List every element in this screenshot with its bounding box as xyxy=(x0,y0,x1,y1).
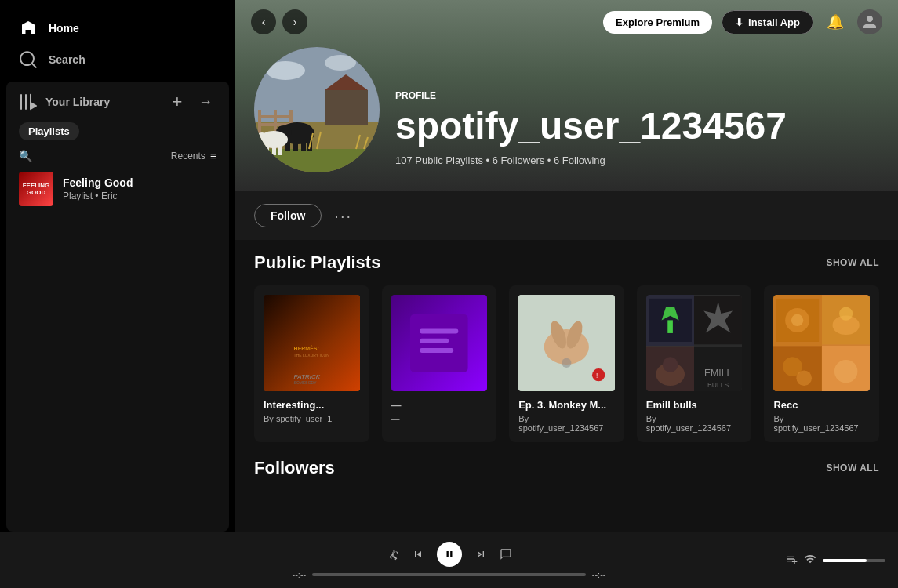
library-header: Your Library + → xyxy=(6,82,229,119)
svg-point-57 xyxy=(797,371,813,387)
svg-rect-20 xyxy=(265,146,269,155)
recents-bar: 🔍 Recents ≡ xyxy=(6,147,229,165)
svg-point-2 xyxy=(325,55,356,71)
followers-show-all-btn[interactable]: Show all xyxy=(826,463,879,474)
progress-track[interactable] xyxy=(312,573,586,576)
playlist-thumb-1: HERMÈS: THE LUXURY ICON PATRICK SOMEBODY xyxy=(264,295,360,391)
card-title-3: Ep. 3. Monkey M... xyxy=(518,399,615,411)
svg-rect-6 xyxy=(258,110,261,133)
nav-back-btn[interactable]: ‹ xyxy=(251,9,276,34)
library-items: FEELING GOOD Feeling Good Playlist • Eri… xyxy=(6,165,229,532)
home-icon xyxy=(19,19,38,38)
library-actions: + → xyxy=(166,91,216,113)
recents-sort[interactable]: Recents ≡ xyxy=(171,150,216,162)
playlists-grid: HERMÈS: THE LUXURY ICON PATRICK SOMEBODY… xyxy=(254,285,879,442)
svg-point-38 xyxy=(592,368,605,381)
play-pause-btn[interactable] xyxy=(437,542,462,567)
header-actions: Explore Premium ⬇ Install App 🔔 xyxy=(603,9,882,34)
followers-section: Followers Show all xyxy=(235,455,898,503)
search-library-btn[interactable]: 🔍 xyxy=(19,150,32,162)
sidebar-item-home[interactable]: Home xyxy=(9,13,226,44)
profile-avatar xyxy=(254,47,380,172)
svg-text:BULLS: BULLS xyxy=(707,382,729,390)
queue-btn[interactable] xyxy=(785,553,798,568)
card-title-5: Recc xyxy=(773,399,870,411)
playlist-card-emill[interactable]: EMILL BULLS Emill bulls By spotify_user_… xyxy=(637,285,752,442)
time-current: --:-- xyxy=(293,570,307,579)
section-title: Public Playlists xyxy=(254,252,380,273)
library-title-btn[interactable]: Your Library xyxy=(19,93,110,111)
content-scroll: Public Playlists Show all HERMÈS: xyxy=(235,240,898,532)
nav-forward-btn[interactable]: › xyxy=(282,9,307,34)
notifications-btn[interactable]: 🔔 xyxy=(823,9,848,34)
item-title: Feeling Good xyxy=(63,176,133,189)
followers-section-header: Followers Show all xyxy=(254,458,879,478)
svg-point-37 xyxy=(562,358,571,368)
lyrics-btn[interactable] xyxy=(500,548,512,561)
player-right xyxy=(650,553,885,568)
show-all-btn[interactable]: Show all xyxy=(826,257,879,268)
svg-point-23 xyxy=(256,132,268,143)
player-center: --:-- --:-- xyxy=(248,542,650,579)
library-section: Your Library + → Playlists 🔍 Recents ≡ xyxy=(6,82,229,532)
main-content: ‹ › Explore Premium ⬇ Install App 🔔 xyxy=(235,0,898,532)
svg-rect-15 xyxy=(301,141,306,151)
card-sub-4: By spotify_user_1234567 xyxy=(646,414,743,433)
list-item[interactable]: FEELING GOOD Feeling Good Playlist • Eri… xyxy=(13,165,223,212)
main-header: ‹ › Explore Premium ⬇ Install App 🔔 xyxy=(235,0,898,44)
recents-label: Recents xyxy=(171,151,205,162)
card-sub-2: — xyxy=(391,414,488,423)
playlist-card-2[interactable]: — — xyxy=(382,285,497,442)
bottom-player: --:-- --:-- xyxy=(0,532,898,588)
playlist-card-hermes[interactable]: HERMÈS: THE LUXURY ICON PATRICK SOMEBODY… xyxy=(254,285,369,442)
add-library-btn[interactable]: + xyxy=(166,91,188,113)
explore-premium-btn[interactable]: Explore Premium xyxy=(603,11,712,34)
connect-btn[interactable] xyxy=(804,553,816,568)
user-avatar[interactable] xyxy=(857,9,882,34)
download-icon: ⬇ xyxy=(735,16,743,28)
player-controls xyxy=(387,542,512,567)
card-title-2: — xyxy=(391,399,488,411)
feeling-good-thumb: FEELING GOOD xyxy=(19,172,53,206)
playlist-card-sea[interactable]: ! Ep. 3. Monkey M... By spotify_user_123… xyxy=(509,285,624,442)
library-title-text: Your Library xyxy=(45,96,110,108)
sidebar-item-search[interactable]: Search xyxy=(9,44,226,75)
playlist-thumb-4: EMILL BULLS xyxy=(646,295,743,391)
svg-text:!: ! xyxy=(596,372,598,379)
time-total: --:-- xyxy=(592,570,606,579)
card-sub-1: By spotify_user_1 xyxy=(264,414,360,423)
playlists-filter-btn[interactable]: Playlists xyxy=(19,122,79,140)
profile-actions-bar: Follow ··· xyxy=(235,191,898,240)
card-title-4: Emill bulls xyxy=(646,399,743,411)
svg-rect-21 xyxy=(272,147,276,155)
follow-btn[interactable]: Follow xyxy=(254,204,322,227)
playlist-card-recc[interactable]: Recc By spotify_user_1234567 xyxy=(764,285,879,442)
svg-point-1 xyxy=(266,61,305,80)
svg-rect-22 xyxy=(278,147,282,155)
shuffle-btn[interactable] xyxy=(387,548,399,561)
more-options-btn[interactable]: ··· xyxy=(334,207,352,225)
section-header: Public Playlists Show all xyxy=(254,252,879,273)
library-search-icon: 🔍 xyxy=(19,150,32,162)
public-playlists-section: Public Playlists Show all HERMÈS: xyxy=(235,240,898,455)
playlist-thumb-5 xyxy=(773,295,870,391)
svg-rect-32 xyxy=(420,347,453,352)
library-item-info: Feeling Good Playlist • Eric xyxy=(63,176,133,201)
card-sub-5: By spotify_user_1234567 xyxy=(773,414,870,433)
next-btn[interactable] xyxy=(474,548,487,561)
thumb-text: FEELING GOOD xyxy=(19,180,53,198)
volume-fill xyxy=(823,559,867,562)
volume-bar[interactable] xyxy=(823,559,885,562)
filter-bar: Playlists xyxy=(6,119,229,147)
profile-name: spotify_user_1234567 xyxy=(395,107,787,145)
svg-rect-14 xyxy=(293,141,298,151)
prev-btn[interactable] xyxy=(412,548,424,561)
svg-rect-41 xyxy=(667,321,673,334)
expand-library-btn[interactable]: → xyxy=(195,91,216,113)
svg-line-28 xyxy=(372,140,373,149)
svg-rect-7 xyxy=(274,110,277,133)
svg-point-51 xyxy=(791,314,803,326)
svg-rect-9 xyxy=(258,115,293,118)
install-app-btn[interactable]: ⬇ Install App xyxy=(722,10,813,34)
progress-bar[interactable]: --:-- --:-- xyxy=(293,570,606,579)
